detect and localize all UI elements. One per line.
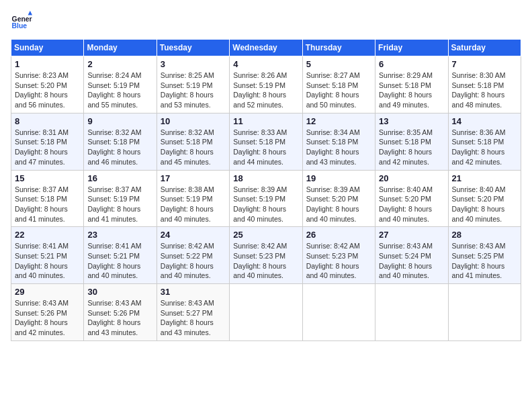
svg-text:General: General [12,15,32,23]
day-info: Sunrise: 8:42 AMSunset: 5:22 PMDaylight:… [161,241,226,281]
calendar-cell: 15 Sunrise: 8:37 AMSunset: 5:18 PMDaylig… [11,170,84,227]
calendar-cell: 1 Sunrise: 8:23 AMSunset: 5:20 PMDayligh… [11,56,84,113]
col-header-thursday: Thursday [302,40,375,56]
calendar-cell: 8 Sunrise: 8:31 AMSunset: 5:18 PMDayligh… [11,113,84,170]
day-info: Sunrise: 8:37 AMSunset: 5:19 PMDaylight:… [87,185,152,224]
calendar-cell: 22 Sunrise: 8:41 AMSunset: 5:21 PMDaylig… [11,227,84,284]
calendar-cell: 9 Sunrise: 8:32 AMSunset: 5:18 PMDayligh… [84,113,157,170]
day-info: Sunrise: 8:27 AMSunset: 5:18 PMDaylight:… [306,71,371,110]
logo: General Blue [11,11,35,32]
day-info: Sunrise: 8:32 AMSunset: 5:18 PMDaylight:… [87,128,152,167]
day-number: 2 [87,59,152,69]
day-number: 20 [379,173,444,183]
day-number: 22 [15,230,80,240]
calendar-week-4: 22 Sunrise: 8:41 AMSunset: 5:21 PMDaylig… [11,227,521,284]
col-header-wednesday: Wednesday [230,40,302,56]
day-info: Sunrise: 8:40 AMSunset: 5:20 PMDaylight:… [452,185,517,224]
day-number: 16 [87,173,152,183]
calendar-cell: 19 Sunrise: 8:39 AMSunset: 5:20 PMDaylig… [302,170,375,227]
day-info: Sunrise: 8:36 AMSunset: 5:18 PMDaylight:… [452,128,517,167]
day-info: Sunrise: 8:41 AMSunset: 5:21 PMDaylight:… [15,241,80,281]
day-number: 4 [233,59,298,69]
day-number: 24 [161,230,226,240]
col-header-sunday: Sunday [11,40,84,56]
day-number: 26 [306,230,371,240]
day-number: 31 [161,287,226,297]
day-number: 17 [161,173,226,183]
day-number: 21 [452,173,517,183]
day-info: Sunrise: 8:42 AMSunset: 5:23 PMDaylight:… [233,241,298,281]
day-number: 7 [452,59,517,69]
page-header: General Blue [11,11,521,32]
calendar-cell: 7 Sunrise: 8:30 AMSunset: 5:18 PMDayligh… [448,56,521,113]
calendar-cell: 24 Sunrise: 8:42 AMSunset: 5:22 PMDaylig… [157,227,229,284]
calendar-week-3: 15 Sunrise: 8:37 AMSunset: 5:18 PMDaylig… [11,170,521,227]
svg-text:Blue: Blue [12,22,28,30]
day-info: Sunrise: 8:25 AMSunset: 5:19 PMDaylight:… [161,71,226,110]
day-number: 1 [15,59,80,69]
day-info: Sunrise: 8:39 AMSunset: 5:20 PMDaylight:… [306,185,371,224]
day-number: 8 [15,116,80,126]
day-info: Sunrise: 8:34 AMSunset: 5:18 PMDaylight:… [306,128,371,167]
svg-marker-2 [28,11,32,15]
calendar-cell: 13 Sunrise: 8:35 AMSunset: 5:18 PMDaylig… [375,113,448,170]
day-info: Sunrise: 8:38 AMSunset: 5:19 PMDaylight:… [161,185,226,224]
day-number: 30 [87,287,152,297]
calendar-cell: 5 Sunrise: 8:27 AMSunset: 5:18 PMDayligh… [302,56,375,113]
day-number: 6 [379,59,444,69]
col-header-tuesday: Tuesday [157,40,229,56]
day-number: 9 [87,116,152,126]
day-number: 14 [452,116,517,126]
calendar-week-5: 29 Sunrise: 8:43 AMSunset: 5:26 PMDaylig… [11,284,521,341]
day-number: 15 [15,173,80,183]
calendar-cell: 20 Sunrise: 8:40 AMSunset: 5:20 PMDaylig… [375,170,448,227]
calendar-cell [375,284,448,341]
calendar-cell: 3 Sunrise: 8:25 AMSunset: 5:19 PMDayligh… [157,56,229,113]
calendar-cell [230,284,302,341]
day-number: 27 [379,230,444,240]
calendar-cell: 4 Sunrise: 8:26 AMSunset: 5:19 PMDayligh… [230,56,302,113]
day-info: Sunrise: 8:41 AMSunset: 5:21 PMDaylight:… [87,241,152,281]
day-number: 10 [161,116,226,126]
day-number: 3 [161,59,226,69]
calendar-cell: 11 Sunrise: 8:33 AMSunset: 5:18 PMDaylig… [230,113,302,170]
calendar-cell: 30 Sunrise: 8:43 AMSunset: 5:26 PMDaylig… [84,284,157,341]
calendar-cell: 26 Sunrise: 8:42 AMSunset: 5:23 PMDaylig… [302,227,375,284]
day-info: Sunrise: 8:32 AMSunset: 5:18 PMDaylight:… [161,128,226,167]
day-info: Sunrise: 8:26 AMSunset: 5:19 PMDaylight:… [233,71,298,110]
day-info: Sunrise: 8:31 AMSunset: 5:18 PMDaylight:… [15,128,80,167]
day-number: 29 [15,287,80,297]
day-info: Sunrise: 8:37 AMSunset: 5:18 PMDaylight:… [15,185,80,224]
calendar-cell: 6 Sunrise: 8:29 AMSunset: 5:18 PMDayligh… [375,56,448,113]
calendar-cell [302,284,375,341]
day-number: 12 [306,116,371,126]
calendar-week-1: 1 Sunrise: 8:23 AMSunset: 5:20 PMDayligh… [11,56,521,113]
calendar-cell [448,284,521,341]
day-info: Sunrise: 8:35 AMSunset: 5:18 PMDaylight:… [379,128,444,167]
day-number: 5 [306,59,371,69]
day-info: Sunrise: 8:39 AMSunset: 5:19 PMDaylight:… [233,185,298,224]
day-info: Sunrise: 8:24 AMSunset: 5:19 PMDaylight:… [87,71,152,110]
calendar-cell: 2 Sunrise: 8:24 AMSunset: 5:19 PMDayligh… [84,56,157,113]
day-info: Sunrise: 8:43 AMSunset: 5:26 PMDaylight:… [87,298,152,338]
day-info: Sunrise: 8:43 AMSunset: 5:26 PMDaylight:… [15,298,80,338]
calendar-cell: 14 Sunrise: 8:36 AMSunset: 5:18 PMDaylig… [448,113,521,170]
calendar-cell: 25 Sunrise: 8:42 AMSunset: 5:23 PMDaylig… [230,227,302,284]
calendar-table: SundayMondayTuesdayWednesdayThursdayFrid… [11,39,521,341]
day-info: Sunrise: 8:30 AMSunset: 5:18 PMDaylight:… [452,71,517,110]
calendar-cell: 17 Sunrise: 8:38 AMSunset: 5:19 PMDaylig… [157,170,229,227]
day-info: Sunrise: 8:40 AMSunset: 5:20 PMDaylight:… [379,185,444,224]
col-header-monday: Monday [84,40,157,56]
day-info: Sunrise: 8:33 AMSunset: 5:18 PMDaylight:… [233,128,298,167]
calendar-cell: 28 Sunrise: 8:43 AMSunset: 5:25 PMDaylig… [448,227,521,284]
calendar-header-row: SundayMondayTuesdayWednesdayThursdayFrid… [11,40,521,56]
day-number: 25 [233,230,298,240]
day-info: Sunrise: 8:42 AMSunset: 5:23 PMDaylight:… [306,241,371,281]
col-header-saturday: Saturday [448,40,521,56]
day-info: Sunrise: 8:29 AMSunset: 5:18 PMDaylight:… [379,71,444,110]
calendar-week-2: 8 Sunrise: 8:31 AMSunset: 5:18 PMDayligh… [11,113,521,170]
day-number: 13 [379,116,444,126]
day-number: 11 [233,116,298,126]
day-info: Sunrise: 8:43 AMSunset: 5:25 PMDaylight:… [452,241,517,281]
calendar-cell: 10 Sunrise: 8:32 AMSunset: 5:18 PMDaylig… [157,113,229,170]
